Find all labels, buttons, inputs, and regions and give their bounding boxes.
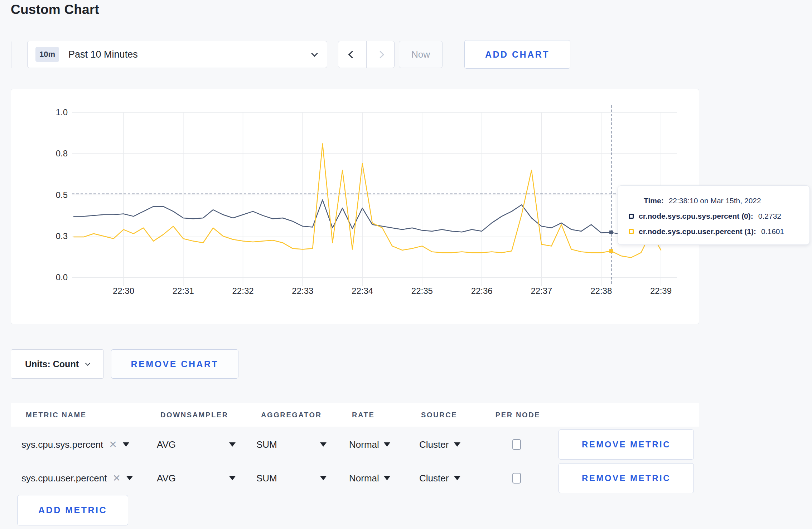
caret-down-icon bbox=[320, 476, 327, 480]
caret-down-icon[interactable] bbox=[123, 442, 129, 447]
caret-down-icon bbox=[454, 442, 460, 447]
chevron-left-icon bbox=[348, 50, 356, 58]
aggregator-value: SUM bbox=[256, 473, 277, 484]
metrics-table-header: METRIC NAME DOWNSAMPLER AGGREGATOR RATE … bbox=[11, 403, 699, 427]
downsampler-select[interactable]: AVG bbox=[157, 439, 236, 450]
page-title: Custom Chart bbox=[11, 2, 99, 17]
line-chart[interactable]: 0.00.30.50.81.022:3022:3122:3222:3322:34… bbox=[11, 89, 700, 325]
downsampler-select[interactable]: AVG bbox=[157, 473, 236, 484]
rate-select[interactable]: Normal bbox=[345, 473, 415, 484]
svg-text:22:31: 22:31 bbox=[173, 286, 194, 296]
source-select[interactable]: Cluster bbox=[415, 439, 485, 450]
metric-name-value[interactable]: sys.cpu.user.percent bbox=[21, 473, 107, 484]
chart-tooltip: Time: 22:38:10 on Mar 15th, 2022 cr.node… bbox=[618, 185, 810, 245]
tooltip-series-name: cr.node.sys.cpu.user.percent (1): bbox=[639, 227, 756, 236]
tooltip-time-value: 22:38:10 on Mar 15th, 2022 bbox=[669, 196, 761, 205]
time-forward-button[interactable] bbox=[367, 41, 395, 68]
tooltip-series-value: 0.2732 bbox=[758, 212, 781, 220]
clear-metric-icon[interactable]: ✕ bbox=[109, 439, 117, 450]
custom-chart-panel[interactable]: 0.00.30.50.81.022:3022:3122:3222:3322:34… bbox=[11, 89, 699, 324]
column-header-downsampler: DOWNSAMPLER bbox=[150, 411, 252, 419]
svg-text:0.3: 0.3 bbox=[56, 231, 68, 241]
svg-text:0.0: 0.0 bbox=[56, 272, 68, 282]
metric-name-value[interactable]: sys.cpu.sys.percent bbox=[21, 439, 103, 450]
caret-down-icon[interactable] bbox=[126, 476, 133, 480]
svg-text:1.0: 1.0 bbox=[56, 107, 68, 117]
aggregator-select[interactable]: SUM bbox=[256, 473, 327, 484]
units-dropdown[interactable]: Units: Count bbox=[11, 349, 104, 379]
series-swatch-user bbox=[629, 229, 634, 234]
remove-metric-button[interactable]: REMOVE METRIC bbox=[559, 463, 694, 493]
chevron-down-icon bbox=[85, 360, 90, 365]
series-swatch-sys bbox=[629, 214, 634, 219]
downsampler-value: AVG bbox=[157, 473, 176, 484]
time-nav-group bbox=[338, 41, 395, 68]
svg-text:22:34: 22:34 bbox=[352, 286, 373, 296]
time-window-badge: 10m bbox=[35, 47, 59, 62]
svg-text:22:38: 22:38 bbox=[590, 286, 612, 296]
svg-text:0.8: 0.8 bbox=[56, 149, 68, 158]
tooltip-series-name: cr.node.sys.cpu.sys.percent (0): bbox=[639, 212, 753, 220]
caret-down-icon bbox=[229, 476, 236, 480]
svg-text:22:33: 22:33 bbox=[292, 286, 313, 296]
rate-select[interactable]: Normal bbox=[345, 439, 415, 450]
svg-text:22:39: 22:39 bbox=[650, 286, 672, 296]
chevron-right-icon bbox=[377, 50, 384, 58]
caret-down-icon bbox=[320, 442, 327, 447]
rate-value: Normal bbox=[349, 439, 379, 450]
caret-down-icon bbox=[229, 442, 236, 447]
per-node-checkbox[interactable] bbox=[512, 473, 521, 484]
per-node-checkbox[interactable] bbox=[512, 439, 521, 450]
caret-down-icon bbox=[384, 476, 390, 480]
now-button[interactable]: Now bbox=[399, 41, 443, 68]
toolbar-divider bbox=[11, 42, 11, 68]
add-chart-button[interactable]: ADD CHART bbox=[464, 40, 570, 69]
tooltip-series-value: 0.1601 bbox=[761, 227, 784, 236]
rate-value: Normal bbox=[349, 473, 379, 484]
source-select[interactable]: Cluster bbox=[415, 473, 485, 484]
svg-text:22:30: 22:30 bbox=[113, 286, 134, 296]
caret-down-icon bbox=[384, 442, 390, 447]
metric-row: sys.cpu.user.percent ✕ AVG SUM Normal Cl… bbox=[11, 462, 699, 495]
column-header-source: SOURCE bbox=[415, 411, 485, 419]
column-header-per-node: PER NODE bbox=[485, 411, 548, 419]
metric-row: sys.cpu.sys.percent ✕ AVG SUM Normal Clu… bbox=[11, 428, 699, 461]
aggregator-value: SUM bbox=[256, 439, 277, 450]
source-value: Cluster bbox=[419, 439, 449, 450]
column-header-aggregator: AGGREGATOR bbox=[252, 411, 345, 419]
tooltip-time-label: Time: bbox=[644, 196, 664, 205]
svg-text:22:32: 22:32 bbox=[232, 286, 254, 296]
time-window-label: Past 10 Minutes bbox=[68, 49, 138, 60]
units-label: Units: Count bbox=[25, 359, 79, 369]
downsampler-value: AVG bbox=[157, 439, 176, 450]
caret-down-icon bbox=[454, 476, 460, 480]
source-value: Cluster bbox=[419, 473, 449, 484]
remove-metric-button[interactable]: REMOVE METRIC bbox=[559, 429, 694, 460]
svg-text:22:35: 22:35 bbox=[411, 286, 433, 296]
svg-text:22:37: 22:37 bbox=[531, 286, 552, 296]
clear-metric-icon[interactable]: ✕ bbox=[112, 472, 121, 484]
time-back-button[interactable] bbox=[338, 41, 367, 68]
aggregator-select[interactable]: SUM bbox=[256, 439, 327, 450]
add-metric-button[interactable]: ADD METRIC bbox=[17, 495, 128, 525]
time-window-dropdown[interactable]: 10m Past 10 Minutes bbox=[27, 41, 327, 68]
remove-chart-button[interactable]: REMOVE CHART bbox=[111, 349, 238, 379]
svg-text:0.5: 0.5 bbox=[56, 190, 68, 200]
chevron-down-icon bbox=[311, 50, 318, 57]
column-header-metric-name: METRIC NAME bbox=[11, 411, 150, 419]
column-header-rate: RATE bbox=[345, 411, 415, 419]
svg-text:22:36: 22:36 bbox=[471, 286, 493, 296]
